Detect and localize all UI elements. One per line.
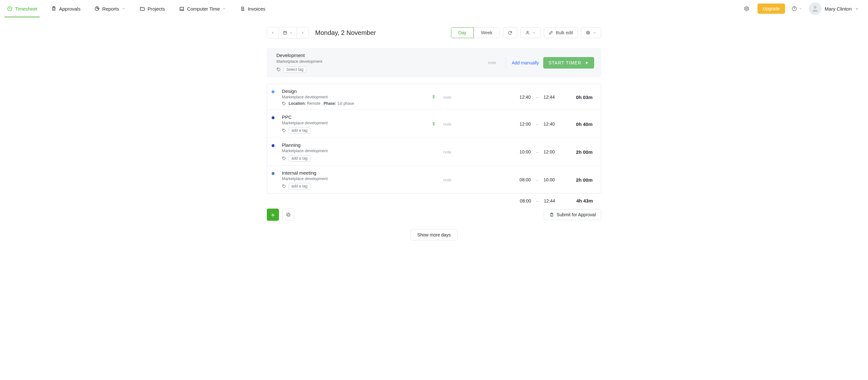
submit-approval-button[interactable]: Submit for Approval bbox=[544, 209, 601, 220]
entry-duration[interactable]: 0h 40m bbox=[557, 121, 593, 127]
entry-end: 10:00 bbox=[544, 177, 555, 182]
svg-rect-2 bbox=[180, 7, 184, 10]
add-tag-chip[interactable]: add a tag bbox=[288, 155, 310, 162]
composer-note-input[interactable]: note bbox=[488, 60, 496, 65]
entry-end: 12:40 bbox=[544, 121, 555, 126]
composer-tag-row: Select tag bbox=[276, 66, 322, 73]
entry-project: Marketplace development bbox=[282, 177, 429, 181]
clock-icon bbox=[7, 6, 12, 11]
nav-label: Computer Time bbox=[187, 6, 220, 11]
entry-title[interactable]: PPC bbox=[282, 114, 429, 120]
plus-icon: ＋ bbox=[270, 210, 276, 219]
nav-label: Invoices bbox=[248, 6, 265, 11]
chevron-down-icon bbox=[593, 31, 596, 35]
next-day-button[interactable] bbox=[297, 27, 308, 38]
add-tag-chip[interactable]: add a tag bbox=[288, 127, 310, 134]
prev-day-button[interactable] bbox=[267, 27, 279, 38]
entry-note-input[interactable]: note bbox=[443, 177, 482, 182]
entry-time[interactable]: 12:00 – 12:40 bbox=[484, 121, 555, 126]
entry-start: 08:00 bbox=[520, 177, 531, 182]
svg-point-3 bbox=[746, 8, 748, 10]
help-button[interactable] bbox=[792, 6, 802, 11]
entry-tags: add a tag bbox=[282, 127, 429, 134]
nav-item-reports[interactable]: Reports bbox=[88, 0, 133, 17]
folder-icon bbox=[140, 6, 145, 11]
entry-duration[interactable]: 2h 00m bbox=[557, 149, 593, 155]
nav-item-projects[interactable]: Projects bbox=[133, 0, 172, 17]
entry-note-input[interactable]: note bbox=[443, 95, 482, 100]
avatar bbox=[809, 2, 822, 15]
show-more-wrap: Show more days bbox=[267, 229, 601, 241]
tag-icon bbox=[276, 67, 281, 72]
nav-item-invoices[interactable]: Invoices bbox=[233, 0, 272, 17]
chevron-down-icon bbox=[799, 7, 802, 10]
svg-point-8 bbox=[587, 32, 589, 33]
chevron-left-icon bbox=[271, 31, 275, 35]
main-content: Monday, 2 November Day Week Bulk edit bbox=[264, 27, 604, 241]
composer-task-select[interactable]: Development bbox=[276, 53, 322, 58]
totals-duration: 4h 43m bbox=[558, 198, 593, 203]
bulk-edit-button[interactable]: Bulk edit bbox=[544, 27, 578, 38]
svg-rect-14 bbox=[287, 214, 290, 216]
select-tag-chip[interactable]: Select tag bbox=[283, 66, 306, 73]
entry-start: 12:40 bbox=[520, 94, 531, 100]
toolbar-right: Day Week Bulk edit bbox=[451, 27, 601, 38]
show-more-button[interactable]: Show more days bbox=[411, 229, 457, 241]
entry-note-input[interactable]: note bbox=[443, 150, 482, 154]
svg-point-5 bbox=[813, 6, 816, 9]
upgrade-button[interactable]: Upgrade bbox=[757, 3, 785, 14]
entry-composer: Development Marketplace development Sele… bbox=[267, 48, 601, 77]
tag-icon bbox=[282, 128, 286, 133]
laptop-icon bbox=[179, 6, 185, 11]
entry-row[interactable]: PPC Marketplace development add a tag no… bbox=[267, 110, 601, 138]
totals-time: 08:00 – 12:44 bbox=[485, 198, 555, 203]
project-color-dot bbox=[272, 116, 275, 119]
svg-point-12 bbox=[283, 157, 283, 158]
entry-duration[interactable]: 0h 03m bbox=[557, 94, 593, 100]
settings-button[interactable] bbox=[742, 4, 751, 13]
svg-point-10 bbox=[283, 103, 283, 103]
view-week-button[interactable]: Week bbox=[474, 27, 500, 38]
composer-left: Development Marketplace development Sele… bbox=[276, 53, 322, 73]
clipboard-check-icon bbox=[549, 212, 554, 217]
entry-time[interactable]: 12:40 – 12:44 bbox=[484, 94, 555, 100]
tag-icon bbox=[282, 184, 286, 188]
entry-row[interactable]: Planning Marketplace development add a t… bbox=[267, 138, 601, 166]
refresh-button[interactable] bbox=[503, 27, 517, 38]
entry-note-input[interactable]: note bbox=[443, 122, 482, 126]
nav-item-timesheet[interactable]: Timesheet bbox=[0, 0, 44, 17]
start-timer-button[interactable]: START TIMER bbox=[543, 57, 594, 68]
add-tag-chip[interactable]: add a tag bbox=[288, 183, 310, 189]
entry-title[interactable]: Planning bbox=[282, 142, 429, 148]
gear-icon bbox=[586, 30, 590, 35]
entry-row[interactable]: Design Marketplace development Location:… bbox=[267, 84, 601, 110]
entry-time[interactable]: 08:00 – 10:00 bbox=[484, 177, 555, 182]
entry-start: 12:00 bbox=[520, 121, 531, 126]
entry-duration[interactable]: 2h 00m bbox=[557, 177, 593, 183]
view-day-button[interactable]: Day bbox=[451, 27, 474, 38]
calendar-icon bbox=[283, 30, 287, 35]
copy-icon bbox=[286, 212, 291, 217]
people-filter-button[interactable] bbox=[521, 27, 541, 38]
chevron-down-icon bbox=[222, 7, 226, 10]
entry-tags-text[interactable]: Location: Remote , Phase: 1st phase bbox=[288, 101, 354, 106]
nav-item-approvals[interactable]: Approvals bbox=[44, 0, 88, 17]
more-settings-button[interactable] bbox=[581, 27, 601, 38]
add-entry-button[interactable]: ＋ bbox=[267, 209, 279, 221]
user-menu[interactable]: Mary Clinton bbox=[809, 2, 862, 15]
add-manually-link[interactable]: Add manually bbox=[512, 60, 539, 65]
billable-toggle[interactable] bbox=[431, 121, 441, 126]
entry-title[interactable]: Internal meeting bbox=[282, 170, 429, 176]
entry-end: 12:44 bbox=[544, 94, 555, 100]
svg-point-13 bbox=[283, 185, 283, 185]
copy-day-button[interactable] bbox=[282, 209, 294, 221]
entry-row[interactable]: Internal meeting Marketplace development… bbox=[267, 166, 601, 193]
svg-point-9 bbox=[278, 68, 278, 69]
entry-time[interactable]: 10:00 – 12:00 bbox=[484, 149, 555, 154]
entry-title[interactable]: Design bbox=[282, 88, 429, 94]
billable-toggle[interactable] bbox=[431, 94, 441, 100]
calendar-picker-button[interactable] bbox=[279, 27, 297, 38]
nav-item-computer-time[interactable]: Computer Time bbox=[172, 0, 234, 17]
dash-separator: – bbox=[536, 177, 538, 182]
user-name: Mary Clinton bbox=[825, 6, 852, 11]
